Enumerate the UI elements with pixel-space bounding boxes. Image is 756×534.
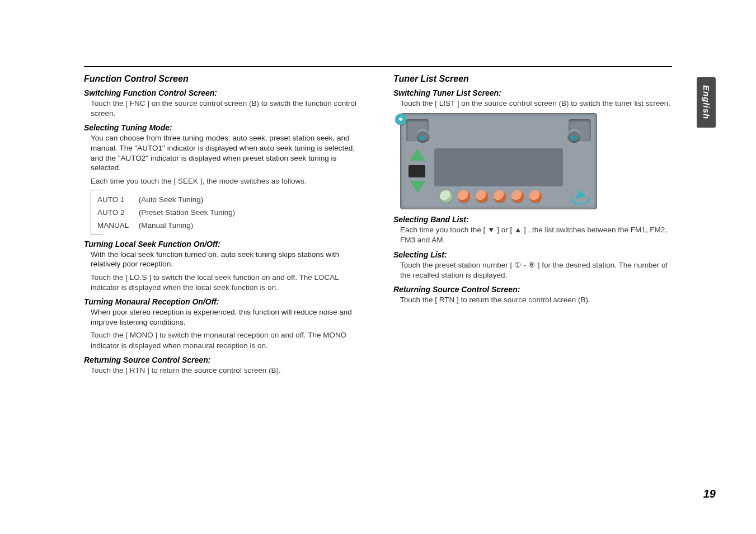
tuning-modes-list: AUTO 1 (Auto Seek Tuning) AUTO 2 (Preset…	[91, 190, 368, 235]
mode-desc: (Auto Seek Tuning)	[139, 195, 204, 204]
mono-body: When poor stereo reception is experience…	[91, 307, 368, 327]
down-arrow-icon	[410, 181, 425, 193]
band-list-body: Each time you touch the [ ▼ ] or [ ▲ ] ,…	[400, 225, 678, 245]
band-list-heading: Selecting Band List:	[393, 215, 678, 224]
preset-dot-icon	[529, 190, 542, 203]
selected-band-icon	[408, 165, 425, 177]
mono-heading: Turning Monaural Reception On/Off:	[84, 297, 368, 306]
local-seek-body2: Touch the [ LO.S ] to switch the local s…	[91, 273, 368, 293]
local-seek-body: With the local seek function turned on, …	[91, 250, 368, 269]
select-list-body: Touch the preset station number [ ① - ⑥ …	[400, 260, 678, 280]
tuner-list-screenshot	[400, 113, 597, 209]
disc-icon	[395, 114, 406, 125]
mode-desc: (Manual Tuning)	[139, 221, 194, 229]
next-panel-icon	[569, 119, 591, 142]
preset-dot-icon	[476, 190, 488, 203]
local-seek-heading: Turning Local Seek Function On/Off:	[84, 240, 368, 249]
mode-row: AUTO 1 (Auto Seek Tuning)	[97, 193, 368, 206]
preset-dot-icon	[440, 190, 452, 203]
return-icon	[571, 189, 589, 204]
mode-key: MANUAL	[97, 221, 137, 229]
left-rtn-body: Touch the [ RTN ] to return the source c…	[91, 366, 368, 376]
skip-back-icon	[416, 129, 430, 143]
switching-list-heading: Switching Tuner List Screen:	[393, 88, 678, 97]
up-arrow-icon	[410, 148, 425, 161]
select-list-heading: Selecting List:	[393, 250, 678, 259]
left-section-heading: Function Control Screen	[84, 74, 368, 84]
language-tab: English	[697, 77, 716, 128]
mode-row: MANUAL (Manual Tuning)	[97, 219, 368, 232]
mode-key: AUTO 2	[97, 208, 137, 217]
preset-dot-icon	[494, 190, 506, 203]
right-column: Tuner List Screen Switching Tuner List S…	[393, 67, 678, 379]
left-column: Function Control Screen Switching Functi…	[84, 67, 368, 379]
mono-body2: Touch the [ MONO ] to switch the monaura…	[91, 330, 368, 350]
page-content: Function Control Screen Switching Functi…	[0, 0, 756, 379]
left-rtn-heading: Returning Source Control Screen:	[84, 355, 368, 364]
preset-dot-icon	[511, 190, 524, 203]
top-rule	[84, 66, 672, 67]
preset-dot-icon	[458, 190, 470, 203]
station-list-area	[434, 148, 563, 186]
mode-desc: (Preset Station Seek Tuning)	[139, 208, 236, 217]
selecting-tuning-heading: Selecting Tuning Mode:	[84, 123, 368, 132]
page-number: 19	[703, 488, 716, 500]
prev-panel-icon	[406, 119, 429, 142]
switching-fnc-body: Touch the [ FNC ] on the source control …	[91, 99, 368, 119]
selecting-tuning-body2: Each time you touch the [ SEEK ], the mo…	[91, 176, 368, 186]
switching-fnc-heading: Switching Function Control Screen:	[84, 88, 368, 97]
right-section-heading: Tuner List Screen	[393, 74, 678, 84]
switching-list-body: Touch the [ LIST ] on the source control…	[400, 99, 678, 109]
mode-row: AUTO 2 (Preset Station Seek Tuning)	[97, 206, 368, 219]
right-rtn-body: Touch the [ RTN ] to return the source c…	[400, 295, 678, 305]
selecting-tuning-body: You can choose from three tuning modes: …	[91, 133, 368, 172]
preset-dots	[440, 190, 557, 203]
right-rtn-heading: Returning Source Control Screen:	[393, 285, 678, 294]
mode-key: AUTO 1	[97, 195, 137, 204]
skip-forward-icon	[567, 129, 581, 143]
